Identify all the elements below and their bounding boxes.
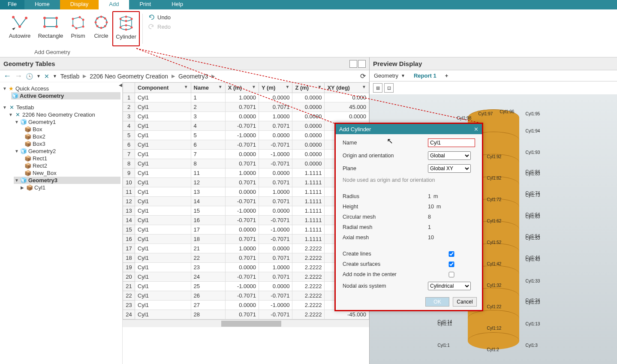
- svg-point-35: [125, 29, 127, 31]
- table-row[interactable]: 13Cyl115-1.00000.00001.1111: [123, 206, 369, 216]
- cancel-button[interactable]: Cancel: [453, 297, 477, 307]
- tab-geometry[interactable]: Geometry▼: [370, 71, 409, 81]
- geometry-icon: 🧊: [21, 148, 27, 154]
- table-row[interactable]: 12Cyl114-0.70710.70711.1111: [123, 197, 369, 206]
- table-row[interactable]: 22Cyl126-0.7071-0.70712.2222-135.000: [123, 291, 369, 301]
- box-icon: 📦: [25, 141, 31, 147]
- table-row[interactable]: 18Cyl1220.70710.70712.2222: [123, 253, 369, 263]
- tree-project[interactable]: ▼✕2206 Neo Geometry Creation: [8, 111, 120, 118]
- nav-fwd-icon[interactable]: →: [15, 72, 22, 81]
- col-5[interactable]: Z (m) ▼: [292, 83, 325, 93]
- table-row[interactable]: 8Cyl180.7071-0.70710.0000: [123, 159, 369, 168]
- lines-checkbox[interactable]: [428, 251, 475, 257]
- table-row[interactable]: 19Cyl1230.00001.00002.2222: [123, 263, 369, 272]
- table-row[interactable]: 15Cyl1170.0000-1.00001.1111: [123, 225, 369, 235]
- table-row[interactable]: 4Cyl14-0.70710.70710.0000: [123, 121, 369, 131]
- tree-collapse-icon[interactable]: ◀: [119, 82, 122, 88]
- col-2[interactable]: Name ▼: [191, 83, 225, 93]
- history-dropdown-icon[interactable]: ▼: [36, 74, 41, 78]
- crumb-testlab[interactable]: Testlab: [60, 73, 79, 80]
- svg-point-10: [79, 16, 81, 18]
- prism-button[interactable]: Prism: [66, 11, 90, 42]
- dropdown-icon[interactable]: ▼: [53, 74, 57, 78]
- col-0[interactable]: [123, 83, 135, 93]
- table-row[interactable]: 20Cyl124-0.70710.70712.2222: [123, 272, 369, 282]
- reload-icon[interactable]: ⟳: [360, 72, 366, 80]
- table-row[interactable]: 17Cyl1211.00000.00002.2222: [123, 244, 369, 253]
- table-row[interactable]: 3Cyl130.00001.00000.00000.0000: [123, 112, 369, 121]
- tree-newbox[interactable]: 📦New_Box: [24, 169, 120, 177]
- tree-rect1[interactable]: 📦Rect1: [24, 155, 120, 162]
- testlab-icon: ✕: [9, 105, 15, 111]
- toolbar-btn-2[interactable]: ⊡: [384, 83, 394, 93]
- rectangle-button[interactable]: Rectangle: [35, 11, 66, 42]
- ok-button[interactable]: OK: [425, 297, 449, 307]
- tree-geometry2[interactable]: ▼🧊Geometry2: [14, 147, 120, 155]
- col-1[interactable]: Component ▼: [135, 83, 191, 93]
- table-row[interactable]: 5Cyl15-1.00000.00000.0000: [123, 131, 369, 140]
- tree-box3[interactable]: 📦Box3: [24, 140, 120, 147]
- undo-label: Undo: [157, 14, 171, 21]
- table-row[interactable]: 7Cyl170.0000-1.00000.0000: [123, 150, 369, 159]
- table-row[interactable]: 24Cyl1280.7071-0.70712.2222-45.000: [123, 310, 369, 319]
- geometry-icon: 🧊: [21, 177, 27, 184]
- col-6[interactable]: XY (deg) ▼: [325, 83, 369, 93]
- menu-home[interactable]: Home: [24, 0, 60, 9]
- crumb-geometry[interactable]: Geometry3: [178, 73, 208, 80]
- tree-geometry3[interactable]: ▼🧊Geometry3: [14, 177, 120, 184]
- tree-cyl1[interactable]: ▶📦Cyl1: [20, 184, 120, 191]
- tree-box[interactable]: 📦Box: [24, 126, 120, 133]
- table-row[interactable]: 1Cyl111.00000.00000.00000.000: [123, 93, 369, 102]
- testlab-icon[interactable]: ✕: [44, 73, 49, 80]
- nodal-select[interactable]: Cylindrical: [428, 282, 471, 290]
- origin-label: Origin and orientation: [343, 153, 424, 159]
- plane-select[interactable]: Global XY: [428, 164, 471, 173]
- table-row[interactable]: 9Cyl1111.00000.00001.1111: [123, 168, 369, 178]
- name-field[interactable]: [428, 138, 475, 147]
- cylinder-button[interactable]: Cylinder: [112, 11, 140, 46]
- center-checkbox[interactable]: [428, 272, 475, 277]
- history-icon[interactable]: 🕓: [26, 73, 33, 80]
- menu-print[interactable]: Print: [129, 0, 161, 9]
- horizontal-scrollbar[interactable]: [123, 319, 369, 327]
- undo-button[interactable]: Undo: [148, 14, 171, 21]
- table-row[interactable]: 11Cyl1130.00001.00001.1111: [123, 187, 369, 197]
- table-row[interactable]: 21Cyl125-1.00000.00002.2222-180.000: [123, 282, 369, 291]
- table-row[interactable]: 6Cyl16-0.7071-0.70710.0000: [123, 140, 369, 150]
- tree-rect2[interactable]: 📦Rect2: [24, 162, 120, 169]
- tree-geometry1[interactable]: ▼🧊Geometry1: [14, 118, 120, 126]
- svg-point-18: [100, 27, 102, 29]
- tree-testlab[interactable]: ▼✕Testlab: [2, 104, 120, 111]
- surfaces-checkbox[interactable]: [428, 262, 475, 267]
- origin-select[interactable]: Global: [428, 151, 471, 160]
- table-row[interactable]: 16Cyl1180.7071-0.70711.1111: [123, 235, 369, 244]
- menu-help[interactable]: Help: [161, 0, 193, 9]
- tab-report1[interactable]: Report 1: [409, 71, 441, 81]
- geometry-tables-title: Geometry Tables: [3, 60, 55, 67]
- tree-active-geometry[interactable]: 🧊Active Geometry: [11, 92, 120, 99]
- col-4[interactable]: Y (m) ▼: [259, 83, 292, 93]
- nav-back-icon[interactable]: ←: [3, 72, 11, 81]
- menu-add[interactable]: Add: [99, 0, 129, 9]
- table-row[interactable]: 2Cyl120.70710.70710.000045.000: [123, 102, 369, 112]
- col-3[interactable]: X (m) ▼: [225, 83, 259, 93]
- menu-file[interactable]: File: [0, 0, 24, 9]
- circle-button[interactable]: Circle: [90, 11, 112, 42]
- tree-quick-access[interactable]: ▼★Quick Access: [2, 85, 120, 92]
- redo-button[interactable]: Redo: [148, 23, 171, 30]
- layout-single-icon[interactable]: [358, 60, 366, 68]
- crumb-project[interactable]: 2206 Neo Geometry Creation: [90, 73, 168, 80]
- dialog-titlebar[interactable]: Add Cylinder ✕: [336, 124, 482, 134]
- close-icon[interactable]: ✕: [474, 126, 479, 132]
- node-label: Cyl1:62: [487, 219, 502, 223]
- layout-split-icon[interactable]: [349, 60, 357, 68]
- table-row[interactable]: 10Cyl1120.70710.70711.1111: [123, 178, 369, 187]
- autowire-button[interactable]: Autowire: [4, 11, 35, 42]
- tab-add[interactable]: +: [441, 71, 453, 81]
- table-row[interactable]: 23Cyl1270.0000-1.00002.2222-90.000: [123, 301, 369, 310]
- toolbar-btn-1[interactable]: ⊞: [373, 83, 382, 93]
- svg-point-32: [120, 27, 122, 29]
- table-row[interactable]: 14Cyl116-0.7071-0.70711.1111: [123, 216, 369, 225]
- menu-display[interactable]: Display: [60, 0, 99, 9]
- tree-box2[interactable]: 📦Box2: [24, 133, 120, 140]
